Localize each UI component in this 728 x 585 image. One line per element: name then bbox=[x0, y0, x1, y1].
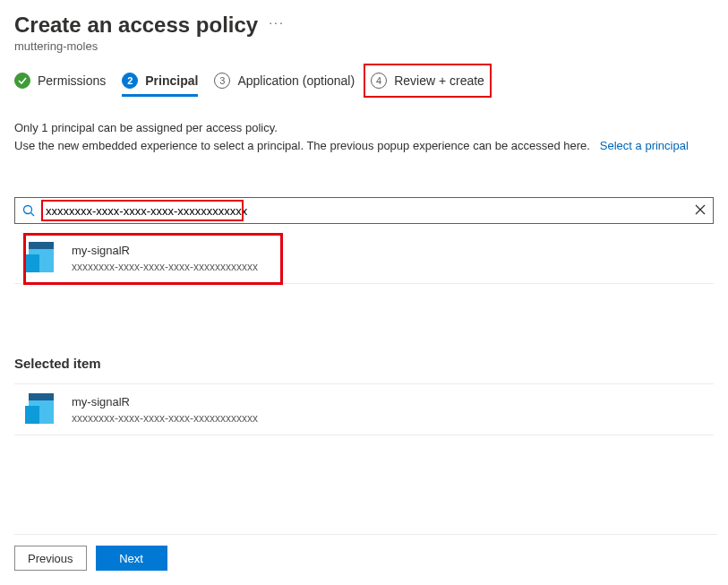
step-number-icon: 3 bbox=[214, 73, 230, 89]
more-icon[interactable]: ··· bbox=[269, 15, 285, 35]
service-icon bbox=[25, 393, 57, 426]
clear-icon[interactable] bbox=[688, 202, 713, 219]
tab-label: Permissions bbox=[38, 73, 106, 88]
description-text: Only 1 principal can be assigned per acc… bbox=[14, 119, 714, 154]
search-input-container bbox=[14, 197, 714, 224]
service-icon bbox=[25, 242, 57, 274]
next-button[interactable]: Next bbox=[96, 546, 167, 571]
selected-item-heading: Selected item bbox=[14, 356, 714, 371]
tab-permissions[interactable]: Permissions bbox=[14, 73, 106, 96]
tab-label: Review + create bbox=[394, 73, 484, 88]
wizard-tabs: Permissions 2 Principal 3 Application (o… bbox=[14, 73, 714, 96]
search-icon bbox=[15, 204, 42, 217]
result-id: xxxxxxxx-xxxx-xxxx-xxxx-xxxxxxxxxxxx bbox=[72, 261, 258, 273]
check-icon bbox=[14, 73, 30, 89]
tab-label: Principal bbox=[145, 73, 198, 88]
desc-line: Only 1 principal can be assigned per acc… bbox=[14, 119, 714, 137]
selected-id: xxxxxxxx-xxxx-xxxx-xxxx-xxxxxxxxxxxx bbox=[72, 412, 258, 425]
tab-principal[interactable]: 2 Principal bbox=[122, 73, 198, 96]
desc-line: Use the new embedded experience to selec… bbox=[14, 139, 590, 152]
step-number-icon: 4 bbox=[371, 73, 387, 89]
svg-line-1 bbox=[31, 213, 35, 217]
tab-label: Application (optional) bbox=[237, 73, 355, 88]
page-title: Create an access policy bbox=[14, 13, 258, 38]
selected-name: my-signalR bbox=[72, 395, 258, 409]
footer-actions: Previous Next bbox=[14, 534, 717, 571]
search-input[interactable] bbox=[42, 204, 688, 218]
previous-button[interactable]: Previous bbox=[14, 546, 87, 571]
page-subtitle: muttering-moles bbox=[14, 39, 714, 53]
tab-application[interactable]: 3 Application (optional) bbox=[214, 73, 355, 96]
result-name: my-signalR bbox=[72, 244, 258, 257]
step-number-icon: 2 bbox=[122, 73, 138, 89]
select-principal-link[interactable]: Select a principal bbox=[600, 139, 689, 152]
principal-result-item[interactable]: my-signalR xxxxxxxx-xxxx-xxxx-xxxx-xxxxx… bbox=[14, 233, 714, 284]
tab-review-create[interactable]: 4 Review + create bbox=[371, 73, 484, 96]
svg-point-0 bbox=[24, 206, 32, 214]
selected-item-row[interactable]: my-signalR xxxxxxxx-xxxx-xxxx-xxxx-xxxxx… bbox=[14, 383, 714, 435]
